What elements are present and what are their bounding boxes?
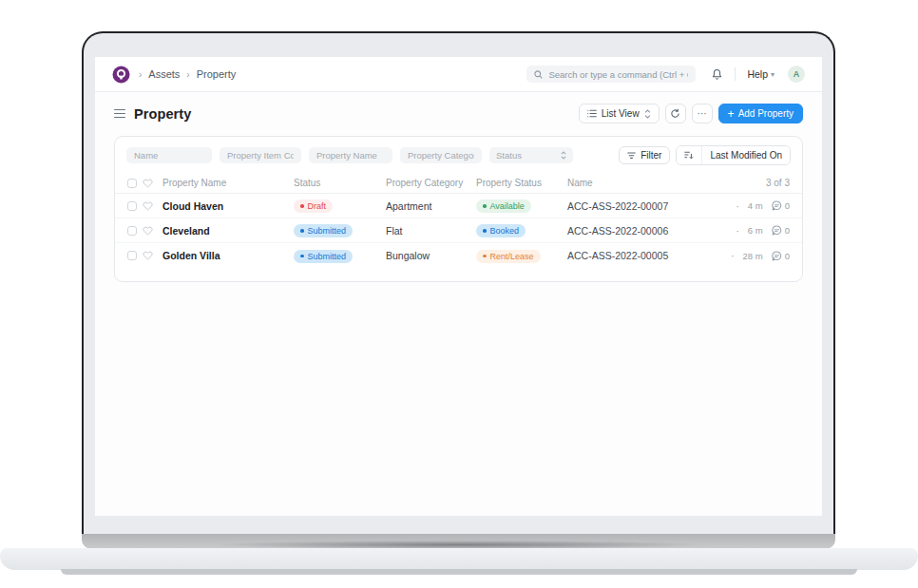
document-id: ACC-ASS-2022-00006 bbox=[567, 225, 710, 237]
table-row[interactable]: Cleveland Submitted Flat Booked ACC-ASS-… bbox=[115, 218, 802, 243]
view-switcher-label: List View bbox=[602, 108, 640, 119]
property-category-cell: Apartment bbox=[386, 200, 476, 212]
row-checkbox[interactable] bbox=[127, 201, 137, 211]
document-id: ACC-ASS-2022-00005 bbox=[567, 250, 710, 261]
property-category-cell: Flat bbox=[386, 225, 476, 237]
status-cell: Submitted bbox=[294, 223, 386, 237]
breadcrumb: › Assets › Property bbox=[139, 68, 236, 80]
filter-name-input[interactable] bbox=[126, 147, 212, 163]
property-name-link[interactable]: Cloud Haven bbox=[163, 200, 294, 212]
list-view-icon bbox=[587, 109, 597, 118]
breadcrumb-assets[interactable]: Assets bbox=[148, 68, 180, 80]
page-title: Property bbox=[134, 106, 191, 122]
comment-indicator[interactable]: 0 bbox=[772, 200, 790, 211]
filter-item-code-input[interactable] bbox=[220, 147, 301, 163]
search-icon bbox=[534, 70, 543, 79]
notifications-bell-icon[interactable] bbox=[711, 68, 723, 81]
property-category-cell: Bungalow bbox=[386, 250, 476, 261]
sort-group: Last Modified On bbox=[676, 145, 791, 165]
row-meta: · 6 m 0 bbox=[710, 225, 790, 236]
sort-direction-button[interactable] bbox=[677, 146, 701, 164]
table-row[interactable]: Cloud Haven Draft Apartment Available AC… bbox=[115, 194, 802, 218]
table-body: Cloud Haven Draft Apartment Available AC… bbox=[115, 194, 802, 268]
chevron-down-icon: ▾ bbox=[771, 70, 775, 79]
add-property-button[interactable]: + Add Property bbox=[718, 104, 803, 123]
global-search[interactable] bbox=[526, 66, 696, 83]
filter-status-select[interactable]: Status bbox=[489, 147, 573, 163]
status-cell: Draft bbox=[294, 199, 386, 213]
table-header: Property Name Status Property Category P… bbox=[115, 173, 802, 194]
help-menu[interactable]: Help ▾ bbox=[747, 68, 775, 80]
col-property-status[interactable]: Property Status bbox=[476, 178, 567, 188]
app-logo-icon[interactable] bbox=[112, 66, 130, 84]
sort-field-button[interactable]: Last Modified On bbox=[701, 146, 790, 164]
chevron-right-icon: › bbox=[186, 69, 189, 80]
refresh-button[interactable] bbox=[665, 104, 686, 123]
col-property-name[interactable]: Property Name bbox=[163, 178, 294, 188]
user-avatar[interactable]: A bbox=[788, 66, 805, 83]
table-row[interactable]: Golden Villa Submitted Bungalow Rent/Lea… bbox=[115, 243, 802, 268]
updown-chevrons-icon bbox=[644, 109, 651, 119]
search-input[interactable] bbox=[548, 69, 688, 80]
last-modified-time: 6 m bbox=[748, 225, 763, 236]
list-view-card: Status Filter bbox=[114, 136, 803, 282]
sidebar-toggle-icon[interactable] bbox=[114, 106, 125, 122]
comment-indicator[interactable]: 0 bbox=[772, 251, 790, 261]
property-status-badge: Booked bbox=[476, 224, 526, 237]
heart-icon[interactable] bbox=[143, 226, 163, 236]
property-status-badge: Rent/Lease bbox=[476, 250, 541, 263]
col-property-category[interactable]: Property Category bbox=[386, 178, 476, 188]
laptop-hinge bbox=[82, 534, 835, 549]
status-badge: Submitted bbox=[294, 250, 353, 263]
status-select-label: Status bbox=[496, 150, 522, 161]
comment-count: 0 bbox=[785, 225, 790, 236]
col-status[interactable]: Status bbox=[294, 178, 386, 188]
filter-button-label: Filter bbox=[641, 150, 661, 161]
row-meta: · 28 m 0 bbox=[710, 251, 790, 261]
property-status-cell: Available bbox=[476, 199, 567, 213]
laptop-base bbox=[0, 548, 918, 570]
select-all-checkbox[interactable] bbox=[127, 179, 137, 188]
heart-icon[interactable] bbox=[143, 201, 163, 211]
filter-property-category-input[interactable] bbox=[400, 147, 482, 163]
filter-row: Status Filter bbox=[115, 137, 802, 173]
status-cell: Submitted bbox=[294, 248, 386, 262]
comment-bubble-icon bbox=[772, 225, 782, 236]
heart-icon[interactable] bbox=[143, 251, 163, 260]
plus-icon: + bbox=[728, 108, 735, 120]
last-modified-time: 28 m bbox=[743, 251, 763, 261]
top-navbar: › Assets › Property Help ▾ A bbox=[95, 57, 822, 92]
updown-chevrons-icon bbox=[561, 151, 566, 160]
property-status-badge: Available bbox=[476, 199, 531, 213]
view-switcher-button[interactable]: List View bbox=[579, 104, 660, 123]
row-checkbox[interactable] bbox=[127, 251, 137, 260]
status-badge: Draft bbox=[294, 199, 333, 213]
property-name-link[interactable]: Cleveland bbox=[163, 225, 294, 237]
row-meta: · 4 m 0 bbox=[710, 200, 790, 211]
comment-indicator[interactable]: 0 bbox=[772, 225, 790, 236]
breadcrumb-property[interactable]: Property bbox=[197, 68, 237, 80]
filter-funnel-icon bbox=[627, 152, 636, 160]
comment-bubble-icon bbox=[772, 251, 782, 261]
help-label: Help bbox=[747, 68, 768, 80]
filter-property-name-input[interactable] bbox=[309, 147, 392, 163]
page-header: Property List View ··· + Add bbox=[95, 92, 822, 123]
row-checkbox[interactable] bbox=[127, 226, 137, 236]
add-property-label: Add Property bbox=[738, 108, 794, 119]
property-name-link[interactable]: Golden Villa bbox=[163, 250, 294, 261]
divider bbox=[735, 67, 736, 81]
comment-count: 0 bbox=[785, 251, 790, 261]
app-screen: › Assets › Property Help ▾ A bbox=[95, 57, 822, 516]
sort-field-label: Last Modified On bbox=[710, 150, 782, 161]
chevron-right-icon: › bbox=[139, 69, 142, 80]
filter-button[interactable]: Filter bbox=[619, 146, 670, 164]
document-id: ACC-ASS-2022-00007 bbox=[567, 200, 710, 212]
menu-ellipsis-button[interactable]: ··· bbox=[692, 104, 713, 123]
property-status-cell: Booked bbox=[476, 223, 567, 237]
comment-count: 0 bbox=[785, 200, 790, 211]
last-modified-time: 4 m bbox=[748, 200, 763, 211]
col-name[interactable]: Name bbox=[567, 178, 710, 188]
comment-bubble-icon bbox=[772, 200, 782, 211]
like-filter-heart-icon[interactable] bbox=[143, 179, 163, 188]
laptop-base-edge bbox=[61, 569, 857, 575]
